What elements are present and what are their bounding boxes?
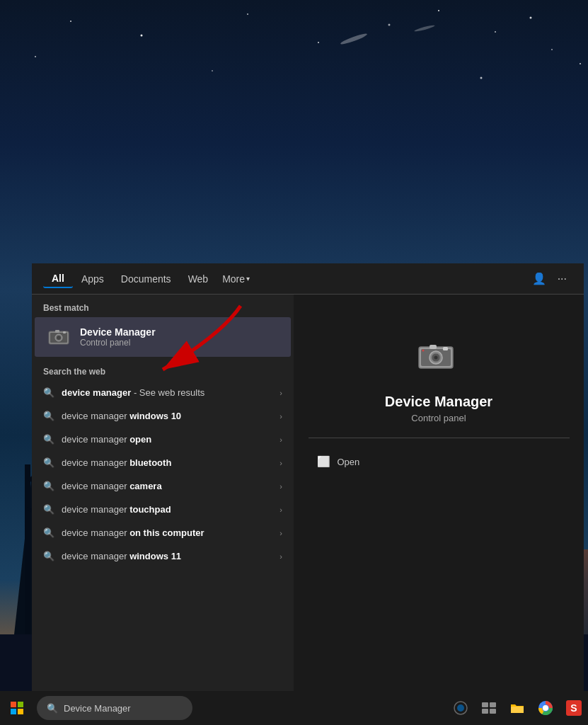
taskbar-search-bar[interactable]: 🔍 Device Manager [37,696,192,720]
search-item-2[interactable]: 🔍 device manager open › [32,428,294,451]
search-icon-6: 🔍 [43,527,54,538]
svg-point-5 [388,24,391,26]
search-tabs-row: All Apps Documents Web More 👤 ··· [32,263,584,295]
search-item-7[interactable]: 🔍 device manager windows 11 › [32,544,294,568]
left-results-panel: Best match Device Manager Contro [32,295,294,717]
search-icon-5: 🔍 [43,504,54,515]
person-icon-btn[interactable]: 👤 [526,269,552,288]
file-explorer-button[interactable] [503,691,531,725]
best-match-title: Device Manager [80,326,156,338]
arrow-icon-2: › [279,435,282,444]
svg-point-48 [457,704,464,712]
svg-point-56 [543,706,548,711]
svg-point-1 [70,21,71,22]
search-item-4[interactable]: 🔍 device manager camera › [32,474,294,498]
svg-point-6 [438,10,439,11]
svg-rect-46 [18,709,23,714]
task-view-button[interactable] [475,691,503,725]
svg-rect-33 [63,331,66,333]
open-icon: ⬜ [317,455,330,468]
search-item-5[interactable]: 🔍 device manager touchpad › [32,498,294,521]
svg-rect-45 [11,709,16,714]
stars-layer [0,0,588,283]
search-icon-0: 🔍 [43,387,54,398]
svg-point-2 [141,35,143,37]
svg-point-38 [434,356,438,360]
svg-point-41 [422,350,425,352]
svg-point-10 [35,56,36,57]
svg-point-31 [57,336,61,340]
search-item-text-2: device manager open [62,434,279,445]
svg-rect-43 [11,702,16,707]
svg-rect-51 [482,709,488,714]
search-icon-2: 🔍 [43,434,54,445]
search-item-text-3: device manager bluetooth [62,457,279,468]
arrow-icon-4: › [279,482,282,491]
search-icon-7: 🔍 [43,551,54,561]
svg-text:S: S [570,702,577,714]
tab-web[interactable]: Web [180,270,217,287]
svg-point-4 [318,42,319,43]
svg-rect-39 [430,345,437,349]
taskbar-search-icon: 🔍 [47,703,58,714]
taskbar: 🔍 Device Manager [0,691,588,725]
svg-point-12 [212,70,213,72]
svg-rect-44 [18,702,23,707]
best-match-text-group: Device Manager Control panel [80,326,156,348]
svg-rect-52 [490,709,496,714]
tab-all[interactable]: All [43,270,73,288]
open-action-item[interactable]: ⬜ Open [309,450,570,474]
search-icon-3: 🔍 [43,457,54,468]
right-panel-app-title: Device Manager [385,394,492,410]
search-item-text-6: device manager on this computer [62,527,279,538]
panel-divider [309,438,570,438]
tab-apps[interactable]: Apps [73,270,113,287]
svg-rect-50 [490,702,496,707]
best-match-subtitle: Control panel [80,338,156,348]
svg-rect-53 [511,707,524,713]
arrow-icon-7: › [279,552,282,561]
cortana-button[interactable] [446,691,475,725]
svg-point-9 [551,49,553,50]
search-item-text-4: device manager camera [62,481,279,491]
ellipsis-btn[interactable]: ··· [552,270,572,288]
search-item-text-0: device manager - See web results [62,387,279,398]
arrow-icon-1: › [279,412,282,421]
arrow-icon-5: › [279,506,282,514]
search-icon-1: 🔍 [43,411,54,421]
tab-documents[interactable]: Documents [113,270,180,287]
search-content-area: Best match Device Manager Contro [32,295,584,717]
search-item-text-7: device manager windows 11 [62,551,279,561]
svg-point-3 [247,13,248,15]
search-item-6[interactable]: 🔍 device manager on this computer › [32,521,294,544]
right-panel-app-subtitle: Control panel [411,413,466,423]
arrow-icon-6: › [279,529,282,537]
open-label: Open [338,457,360,467]
search-item-text-5: device manager touchpad [62,504,279,515]
search-icon-4: 🔍 [43,481,54,491]
svg-point-8 [530,17,532,19]
best-match-item[interactable]: Device Manager Control panel [35,317,291,357]
svg-point-13 [480,77,483,79]
search-item-0[interactable]: 🔍 device manager - See web results › [32,381,294,404]
taskbar-search-text: Device Manager [64,703,131,714]
tab-more[interactable]: More [217,270,255,287]
start-button[interactable] [0,691,34,725]
svg-rect-49 [482,702,488,707]
search-item-3[interactable]: 🔍 device manager bluetooth › [32,451,294,474]
device-manager-icon-small [46,324,71,350]
svg-rect-40 [443,347,448,350]
start-menu: All Apps Documents Web More 👤 ··· Best m… [32,263,584,717]
arrow-icon-0: › [279,389,282,397]
slides-button[interactable]: S [560,691,588,725]
search-item-1[interactable]: 🔍 device manager windows 10 › [32,404,294,428]
device-manager-icon-large [416,337,461,382]
svg-point-7 [495,31,496,33]
best-match-label: Best match [32,295,294,317]
svg-rect-0 [0,0,588,283]
svg-point-11 [580,63,581,64]
search-web-label: Search the web [32,357,294,381]
chrome-button[interactable] [531,691,560,725]
svg-rect-20 [25,464,30,634]
arrow-icon-3: › [279,459,282,467]
